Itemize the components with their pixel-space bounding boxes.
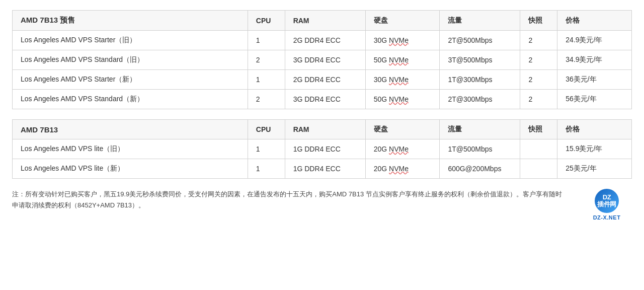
- cell-disk: 50G NVMe: [365, 50, 440, 70]
- cell-ram: 1G DDR4 ECC: [285, 139, 365, 159]
- cell-disk: 20G NVMe: [365, 159, 440, 179]
- logo-circle: DZ插件网: [595, 189, 619, 213]
- cell-ram: 2G DDR4 ECC: [285, 70, 365, 90]
- cell-price: 56美元/年: [557, 90, 632, 109]
- nvme-label: NVMe: [389, 56, 409, 64]
- cell-ram: 2G DDR4 ECC: [285, 31, 365, 50]
- cell-price: 24.9美元/年: [557, 31, 632, 50]
- cell-cpu: 1: [248, 70, 285, 90]
- cell-name: Los Angeles AMD VPS lite（旧）: [13, 139, 248, 159]
- note-section: 注：所有变动针对已购买客户，黑五19.9美元秒杀续费同价，受支付网关的因素，在通…: [12, 189, 632, 221]
- header-ram: RAM: [285, 120, 365, 139]
- header-cpu: CPU: [248, 120, 285, 139]
- cell-snap: 2: [520, 50, 557, 70]
- cell-flow: 2T@500Mbps: [440, 31, 520, 50]
- nvme-label: NVMe: [389, 36, 409, 44]
- cell-cpu: 1: [248, 159, 285, 179]
- table-row: Los Angeles AMD VPS lite（旧）11G DDR4 ECC2…: [13, 139, 632, 159]
- cell-name: Los Angeles AMD VPS Starter（新）: [13, 70, 248, 90]
- cell-cpu: 2: [248, 90, 285, 109]
- cell-snap: [520, 139, 557, 159]
- table-row: Los Angeles AMD VPS lite（新）11G DDR4 ECC2…: [13, 159, 632, 179]
- nvme-label: NVMe: [389, 145, 409, 153]
- cell-price: 36美元/年: [557, 70, 632, 90]
- cell-ram: 1G DDR4 ECC: [285, 159, 365, 179]
- header-snap: 快照: [520, 120, 557, 139]
- cell-cpu: 1: [248, 31, 285, 50]
- cell-flow: 1T@500Mbps: [440, 139, 520, 159]
- cell-name: Los Angeles AMD VPS Starter（旧）: [13, 31, 248, 50]
- header-price: 价格: [557, 11, 632, 31]
- cell-snap: [520, 159, 557, 179]
- header-snap: 快照: [520, 11, 557, 31]
- nvme-label: NVMe: [389, 76, 409, 84]
- table-row: Los Angeles AMD VPS Standard（旧）23G DDR4 …: [13, 50, 632, 70]
- cell-price: 15.9美元/年: [557, 139, 632, 159]
- cell-cpu: 2: [248, 50, 285, 70]
- header-flow: 流量: [440, 120, 520, 139]
- header-price: 价格: [557, 120, 632, 139]
- table-row: Los Angeles AMD VPS Starter（旧）12G DDR4 E…: [13, 31, 632, 50]
- cell-flow: 3T@500Mbps: [440, 50, 520, 70]
- cell-name: Los Angeles AMD VPS Standard（旧）: [13, 50, 248, 70]
- cell-disk: 30G NVMe: [365, 70, 440, 90]
- cell-snap: 2: [520, 70, 557, 90]
- cell-flow: 1T@300Mbps: [440, 70, 520, 90]
- cell-name: Los Angeles AMD VPS Standard（新）: [13, 90, 248, 109]
- header-disk: 硬盘: [365, 120, 440, 139]
- cell-ram: 3G DDR4 ECC: [285, 90, 365, 109]
- table-row: Los Angeles AMD VPS Starter（新）12G DDR4 E…: [13, 70, 632, 90]
- logo-area: DZ插件网 DZ-X.NET: [582, 189, 632, 221]
- cell-flow: 2T@300Mbps: [440, 90, 520, 109]
- logo-text: DZ-X.NET: [593, 214, 621, 221]
- nvme-label: NVMe: [389, 165, 409, 173]
- cell-ram: 3G DDR4 ECC: [285, 50, 365, 70]
- header-ram: RAM: [285, 11, 365, 31]
- cell-disk: 20G NVMe: [365, 139, 440, 159]
- header-name: AMD 7B13 预售: [13, 11, 248, 31]
- note-text: 注：所有变动针对已购买客户，黑五19.9美元秒杀续费同价，受支付网关的因素，在通…: [12, 189, 566, 211]
- pricing-table-2: AMD 7B13CPURAM硬盘流量快照价格Los Angeles AMD VP…: [12, 119, 632, 179]
- header-name: AMD 7B13: [13, 120, 248, 139]
- cell-price: 34.9美元/年: [557, 50, 632, 70]
- header-cpu: CPU: [248, 11, 285, 31]
- cell-disk: 30G NVMe: [365, 31, 440, 50]
- cell-flow: 600G@200Mbps: [440, 159, 520, 179]
- cell-snap: 2: [520, 31, 557, 50]
- nvme-label: NVMe: [389, 95, 409, 103]
- header-flow: 流量: [440, 11, 520, 31]
- table-row: Los Angeles AMD VPS Standard（新）23G DDR4 …: [13, 90, 632, 109]
- cell-snap: 2: [520, 90, 557, 109]
- header-disk: 硬盘: [365, 11, 440, 31]
- cell-cpu: 1: [248, 139, 285, 159]
- pricing-table-1: AMD 7B13 预售CPURAM硬盘流量快照价格Los Angeles AMD…: [12, 10, 632, 109]
- cell-price: 25美元/年: [557, 159, 632, 179]
- cell-name: Los Angeles AMD VPS lite（新）: [13, 159, 248, 179]
- cell-disk: 50G NVMe: [365, 90, 440, 109]
